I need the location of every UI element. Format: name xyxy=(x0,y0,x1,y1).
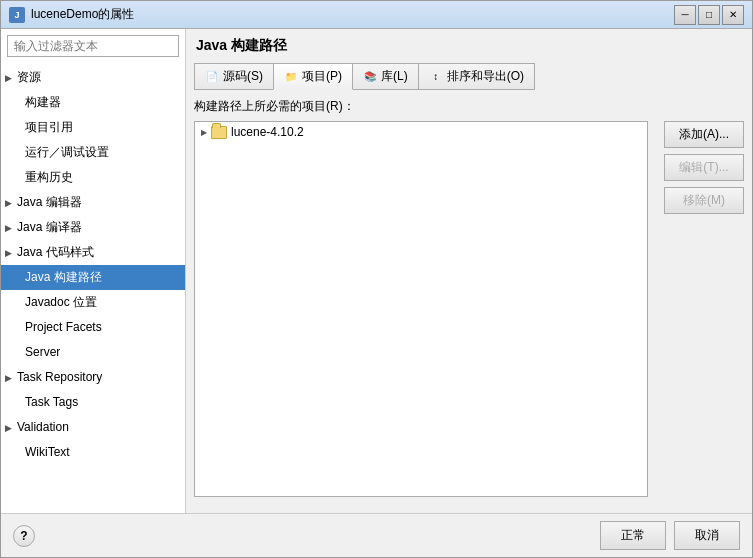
list-item-label: lucene-4.10.2 xyxy=(231,125,304,139)
sidebar-item-javadoc[interactable]: Javadoc 位置 xyxy=(1,290,185,315)
list-and-buttons: ▶ lucene-4.10.2 添加(A)... 编辑(T)... 移除(M) xyxy=(194,121,744,505)
minimize-button[interactable]: ─ xyxy=(674,5,696,25)
tab-projects[interactable]: 📁 项目(P) xyxy=(273,63,353,90)
list-item-arrow: ▶ xyxy=(201,128,207,137)
sidebar-item-builders[interactable]: 构建器 xyxy=(1,90,185,115)
bottom-bar: ? 正常 取消 xyxy=(1,513,752,557)
main-panel: Java 构建路径 📄 源码(S) 📁 项目(P) 📚 库(L) ↕ 排序和导 xyxy=(186,29,752,513)
ok-button[interactable]: 正常 xyxy=(600,521,666,550)
bottom-left: ? xyxy=(13,525,35,547)
cancel-button[interactable]: 取消 xyxy=(674,521,740,550)
bottom-right: 正常 取消 xyxy=(600,521,740,550)
list-subtitle: 构建路径上所必需的项目(R)： xyxy=(194,98,744,115)
edit-button[interactable]: 编辑(T)... xyxy=(664,154,744,181)
sidebar-item-task-repository[interactable]: ▶Task Repository xyxy=(1,365,185,390)
restore-button[interactable]: □ xyxy=(698,5,720,25)
order-export-tab-icon: ↕ xyxy=(429,70,443,84)
sidebar-item-java-build-path[interactable]: Java 构建路径 xyxy=(1,265,185,290)
sidebar: ▶资源 构建器 项目引用 运行／调试设置 重构历史 ▶Java 编辑器 xyxy=(1,29,186,513)
source-tab-icon: 📄 xyxy=(205,70,219,84)
required-projects-list[interactable]: ▶ lucene-4.10.2 xyxy=(194,121,648,497)
sidebar-item-validation[interactable]: ▶Validation xyxy=(1,415,185,440)
content-area: ▶资源 构建器 项目引用 运行／调试设置 重构历史 ▶Java 编辑器 xyxy=(1,29,752,513)
libraries-tab-icon: 📚 xyxy=(363,70,377,84)
tab-order-export[interactable]: ↕ 排序和导出(O) xyxy=(418,63,535,90)
sidebar-item-java-editor[interactable]: ▶Java 编辑器 xyxy=(1,190,185,215)
sidebar-item-java-code-style[interactable]: ▶Java 代码样式 xyxy=(1,240,185,265)
sidebar-item-wikitext[interactable]: WikiText xyxy=(1,440,185,465)
add-button[interactable]: 添加(A)... xyxy=(664,121,744,148)
tabs-bar: 📄 源码(S) 📁 项目(P) 📚 库(L) ↕ 排序和导出(O) xyxy=(194,63,744,90)
window-controls: ─ □ ✕ xyxy=(674,5,744,25)
tree-area: ▶资源 构建器 项目引用 运行／调试设置 重构历史 ▶Java 编辑器 xyxy=(1,63,185,513)
help-button[interactable]: ? xyxy=(13,525,35,547)
sidebar-item-project-facets[interactable]: Project Facets xyxy=(1,315,185,340)
main-window: J luceneDemo的属性 ─ □ ✕ ▶资源 构建器 项目引用 xyxy=(0,0,753,558)
sidebar-item-project-refs[interactable]: 项目引用 xyxy=(1,115,185,140)
projects-tab-icon: 📁 xyxy=(284,70,298,84)
filter-input[interactable] xyxy=(7,35,179,57)
sidebar-item-resources[interactable]: ▶资源 xyxy=(1,65,185,90)
window-icon: J xyxy=(9,7,25,23)
remove-button[interactable]: 移除(M) xyxy=(664,187,744,214)
folder-icon xyxy=(211,126,227,139)
sidebar-item-java-compiler[interactable]: ▶Java 编译器 xyxy=(1,215,185,240)
sidebar-item-server[interactable]: Server xyxy=(1,340,185,365)
sidebar-item-task-tags[interactable]: Task Tags xyxy=(1,390,185,415)
tab-libraries[interactable]: 📚 库(L) xyxy=(352,63,419,90)
sidebar-item-run-debug[interactable]: 运行／调试设置 xyxy=(1,140,185,165)
close-button[interactable]: ✕ xyxy=(722,5,744,25)
window-title: luceneDemo的属性 xyxy=(31,6,674,23)
list-item-lucene[interactable]: ▶ lucene-4.10.2 xyxy=(195,122,647,142)
tab-source[interactable]: 📄 源码(S) xyxy=(194,63,274,90)
title-bar: J luceneDemo的属性 ─ □ ✕ xyxy=(1,1,752,29)
sidebar-item-refactor-history[interactable]: 重构历史 xyxy=(1,165,185,190)
action-buttons: 添加(A)... 编辑(T)... 移除(M) xyxy=(656,121,744,505)
panel-title: Java 构建路径 xyxy=(194,37,744,55)
